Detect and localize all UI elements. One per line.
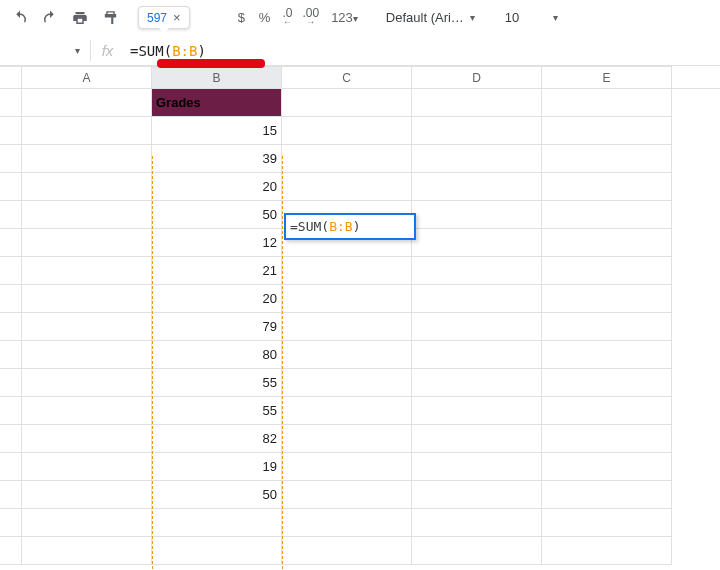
cell[interactable] [282, 285, 412, 313]
row-header[interactable] [0, 313, 22, 341]
row-header[interactable] [0, 369, 22, 397]
cell[interactable] [152, 537, 282, 565]
cell[interactable]: 15 [152, 117, 282, 145]
cell[interactable] [22, 425, 152, 453]
row-header[interactable] [0, 229, 22, 257]
row-header[interactable] [0, 341, 22, 369]
cell[interactable] [542, 145, 672, 173]
cell[interactable] [282, 341, 412, 369]
row-header[interactable] [0, 145, 22, 173]
cell[interactable] [542, 453, 672, 481]
undo-icon[interactable] [6, 4, 34, 32]
cell[interactable] [542, 369, 672, 397]
cell[interactable] [282, 173, 412, 201]
row-header[interactable] [0, 117, 22, 145]
column-header-D[interactable]: D [412, 66, 542, 88]
cell[interactable]: 50 [152, 201, 282, 229]
cell[interactable] [282, 369, 412, 397]
cell[interactable] [282, 425, 412, 453]
row-header[interactable] [0, 257, 22, 285]
cell[interactable] [22, 369, 152, 397]
cell[interactable] [412, 481, 542, 509]
more-formats-button[interactable]: 123▾ [325, 10, 364, 25]
active-cell-editor[interactable]: =SUM(B:B) [284, 213, 416, 240]
row-header[interactable] [0, 509, 22, 537]
cell[interactable] [412, 509, 542, 537]
cell[interactable] [412, 117, 542, 145]
cell[interactable] [412, 229, 542, 257]
cell[interactable] [282, 481, 412, 509]
cell[interactable] [282, 89, 412, 117]
cell[interactable] [542, 173, 672, 201]
cell[interactable] [412, 89, 542, 117]
cell[interactable]: 21 [152, 257, 282, 285]
cell[interactable] [412, 285, 542, 313]
cell[interactable] [542, 313, 672, 341]
spreadsheet-grid[interactable]: A B C D E Grades153920501221207980555582… [0, 66, 720, 565]
cell[interactable] [412, 453, 542, 481]
cell[interactable]: 55 [152, 397, 282, 425]
cell[interactable] [22, 117, 152, 145]
cell[interactable] [412, 397, 542, 425]
cell[interactable] [22, 481, 152, 509]
formula-input[interactable]: =SUM(B:B) [124, 43, 720, 59]
cell[interactable] [22, 313, 152, 341]
cell[interactable] [22, 201, 152, 229]
cell[interactable]: 12 [152, 229, 282, 257]
cell[interactable] [412, 425, 542, 453]
row-header[interactable] [0, 425, 22, 453]
cell[interactable] [282, 313, 412, 341]
cell[interactable] [282, 145, 412, 173]
decrease-decimal-button[interactable]: .0← [278, 4, 296, 32]
name-box-dropdown[interactable]: ▾ [0, 36, 90, 65]
cell[interactable] [412, 201, 542, 229]
cell[interactable] [22, 341, 152, 369]
print-icon[interactable] [66, 4, 94, 32]
cell[interactable] [22, 397, 152, 425]
cell[interactable] [542, 89, 672, 117]
cell[interactable]: 19 [152, 453, 282, 481]
cell[interactable] [542, 509, 672, 537]
cell[interactable] [282, 397, 412, 425]
cell[interactable] [542, 201, 672, 229]
cell[interactable] [542, 481, 672, 509]
cell[interactable] [22, 257, 152, 285]
cell[interactable] [22, 173, 152, 201]
cell[interactable] [412, 145, 542, 173]
close-icon[interactable]: × [173, 10, 181, 25]
cell[interactable] [412, 313, 542, 341]
row-header[interactable] [0, 397, 22, 425]
redo-icon[interactable] [36, 4, 64, 32]
cell[interactable] [412, 257, 542, 285]
row-header[interactable] [0, 453, 22, 481]
cell[interactable] [22, 229, 152, 257]
cell[interactable]: 82 [152, 425, 282, 453]
select-all-corner[interactable] [0, 66, 22, 88]
column-header-B[interactable]: B [152, 66, 282, 88]
increase-decimal-button[interactable]: .00→ [298, 4, 323, 32]
cell[interactable] [22, 509, 152, 537]
font-size-dropdown[interactable]: 10 ▾ [497, 10, 566, 25]
cell[interactable] [412, 537, 542, 565]
cell[interactable] [542, 425, 672, 453]
row-header[interactable] [0, 173, 22, 201]
cell[interactable] [542, 229, 672, 257]
cell[interactable] [282, 117, 412, 145]
cell[interactable] [282, 509, 412, 537]
cell[interactable]: 50 [152, 481, 282, 509]
cell[interactable]: 80 [152, 341, 282, 369]
cell[interactable] [152, 509, 282, 537]
cell[interactable] [22, 145, 152, 173]
cell[interactable] [22, 537, 152, 565]
cell[interactable]: 39 [152, 145, 282, 173]
cell[interactable] [22, 453, 152, 481]
cell[interactable] [282, 453, 412, 481]
column-header-A[interactable]: A [22, 66, 152, 88]
font-family-dropdown[interactable]: Default (Ari… ▾ [378, 10, 483, 25]
percent-format-button[interactable]: % [253, 10, 277, 25]
cell[interactable] [22, 89, 152, 117]
cell[interactable] [542, 257, 672, 285]
cell[interactable]: Grades [152, 89, 282, 117]
cell[interactable] [412, 369, 542, 397]
cell[interactable]: 20 [152, 173, 282, 201]
